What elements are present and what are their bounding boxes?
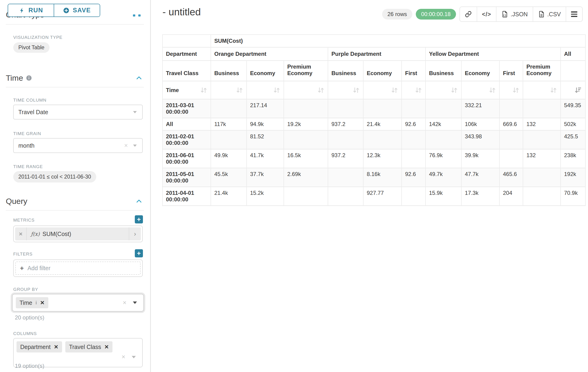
clear-icon[interactable]: × [123,300,126,306]
sort-descending-icon[interactable] [575,86,582,94]
time-sort-header[interactable]: Time [163,81,211,99]
time-column-select[interactable]: Travel Date [13,105,143,119]
collapse-query-icon[interactable] [136,198,142,205]
value-cell: 49.7k [426,168,462,187]
sort-icon[interactable] [352,86,360,94]
remove-metric-icon[interactable]: × [15,227,27,240]
sort-icon[interactable] [451,86,458,94]
scrolled-control-dot [133,14,135,17]
value-cell: 192k [561,168,586,187]
add-filter-plus-button[interactable]: + [135,249,143,257]
row-header-cell: 2011-05-01 00:00:00 [163,168,211,187]
save-button[interactable]: SAVE [54,4,100,17]
sort-icon[interactable] [512,86,519,94]
view-query-button[interactable]: </> [477,7,496,21]
control-panel: Chart Type RUN SAVE VISUALIZATION TYPE P… [0,0,150,372]
visualization-type-pill[interactable]: Pivot Table [13,42,50,53]
value-cell: 21.4k [211,187,247,206]
table-row: 2011-06-01 00:00:0049.9k41.7k16.5k937.21… [163,149,586,168]
clear-icon[interactable]: × [122,354,125,360]
value-cell [402,99,426,118]
column-sort-header[interactable] [462,81,500,99]
column-sort-header[interactable] [561,81,586,99]
metric-token[interactable]: × ƒ(x) SUM(Cost) › [15,227,141,240]
value-cell: 332.21 [462,99,500,118]
selected-option-token[interactable]: Department✕ [17,341,62,352]
table-row: 2011-03-01 00:00:00217.14332.21549.35 [163,99,586,118]
result-controls: 26 rows 00:00:00.18 </> .JSON .CSV [382,7,583,22]
collapse-time-icon[interactable] [136,74,142,81]
column-group-header: Purple Department [328,48,426,61]
selected-option-token[interactable]: Travel Class✕ [65,341,113,352]
export-json-button[interactable]: .JSON [496,7,533,21]
run-button[interactable]: RUN [8,4,54,17]
columns-tokens: Department✕Travel Class✕ [17,341,139,352]
code-icon: </> [482,11,491,18]
table-row: 2011-02-01 00:00:0081.52343.98425.5 [163,131,586,149]
chevron-down-icon[interactable] [133,301,137,304]
column-sort-header[interactable] [402,81,426,99]
time-grain-select[interactable]: month × [13,138,143,153]
clear-icon[interactable]: × [124,142,128,149]
row-header-cell: 2011-04-01 00:00:00 [163,187,211,206]
time-range-label: TIME RANGE [13,164,43,169]
class-header-cell: Business [211,61,247,81]
value-cell [523,99,561,118]
info-icon: i [36,300,37,306]
column-sort-header[interactable] [426,81,462,99]
sort-icon[interactable] [415,86,422,94]
table-row: All117k94.9k19.2k937.221.4k92.6142k106k6… [163,118,586,131]
csv-file-icon [538,11,545,18]
value-cell [328,99,364,118]
value-cell: 41.7k [247,149,284,168]
remove-token-icon[interactable]: ✕ [104,344,109,350]
menu-button[interactable] [566,7,582,21]
chart-title[interactable]: - untitled [162,6,201,18]
sort-icon[interactable] [317,86,325,94]
group-by-select[interactable]: Timei✕ × [12,294,144,312]
column-sort-header[interactable] [523,81,561,99]
selected-option-token[interactable]: Timei✕ [16,297,48,308]
add-filter-button[interactable]: + Add filter [15,262,141,275]
query-timer-badge: 00:00:00.18 [416,9,456,20]
column-sort-header[interactable] [247,81,284,99]
value-cell: 17.3k [462,187,500,206]
chevron-down-icon[interactable] [131,355,136,359]
group-by-label: GROUP BY [13,287,38,292]
value-cell: 2.69k [284,168,328,187]
column-sort-header[interactable] [364,81,402,99]
expand-metric-icon[interactable]: › [129,227,141,240]
export-csv-button[interactable]: .CSV [533,7,566,21]
metrics-container: × ƒ(x) SUM(Cost) › [13,225,143,242]
link-icon [465,11,472,18]
value-cell: 669.6 [500,118,523,131]
sort-icon[interactable] [391,86,398,94]
export-button-group: </> .JSON .CSV [460,7,583,22]
column-sort-header[interactable] [284,81,328,99]
remove-token-icon[interactable]: ✕ [54,344,58,350]
value-cell: 39.9k [462,149,500,168]
sort-icon[interactable] [489,86,496,94]
share-link-button[interactable] [460,7,477,21]
plus-icon: + [137,216,141,223]
sort-icon[interactable] [236,86,243,94]
row-dimension-header: Department [163,48,211,61]
run-save-button-group: RUN SAVE [8,4,100,17]
value-cell [211,99,247,118]
info-icon[interactable] [26,75,32,81]
sort-icon[interactable] [200,86,207,94]
metric-header-row: SUM(Cost) [163,35,586,48]
add-metric-button[interactable]: + [135,215,143,223]
remove-token-icon[interactable]: ✕ [40,300,44,306]
sort-icon[interactable] [273,86,280,94]
value-cell: 217.14 [247,99,284,118]
value-cell [284,131,328,149]
sort-icon[interactable] [550,86,557,94]
column-sort-header[interactable] [211,81,247,99]
column-sort-header[interactable] [500,81,523,99]
value-cell: 937.2 [328,149,364,168]
lightning-icon [19,7,25,14]
pivot-corner-cell [163,35,211,48]
time-range-pill[interactable]: 2011-01-01 ≤ col < 2011-06-30 [13,171,96,182]
column-sort-header[interactable] [328,81,364,99]
